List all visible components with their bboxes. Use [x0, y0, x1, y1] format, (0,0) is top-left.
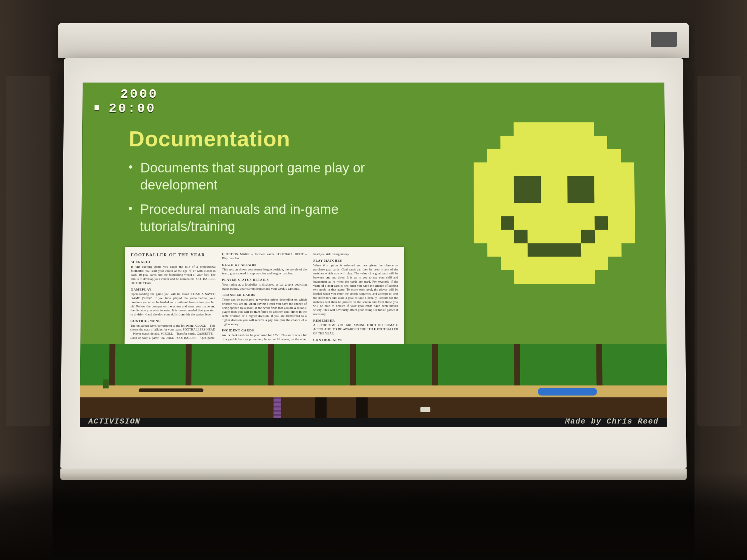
- retro-game-scene: ACTIVISION Made by Chris Reed: [80, 344, 668, 427]
- manual-play: When this option is selected you are giv…: [313, 263, 398, 316]
- tree-trunk: [514, 344, 520, 385]
- projector-screen: 2000 20:00 Documentation Documents that …: [60, 58, 687, 469]
- brand-logo: ACTIVISION: [88, 417, 140, 426]
- game-manual-page: FOOTBALLER OF THE YEAR SCENARIO In this …: [124, 247, 404, 351]
- manual-keys-h: CONTROL KEYS: [313, 338, 398, 342]
- pixel-smiley-icon: [460, 109, 649, 297]
- slide-bullets: Documents that support game play or deve…: [128, 160, 392, 235]
- hud-score: 2000: [94, 87, 158, 101]
- retro-game-hud: 2000 20:00: [94, 87, 158, 115]
- slide-title: Documentation: [129, 127, 392, 151]
- tree-trunk: [186, 344, 192, 385]
- manual-state: This section shows your team's league po…: [222, 267, 307, 276]
- author-credit: Made by Chris Reed: [565, 417, 659, 426]
- manual-play-h: PLAY MATCHES: [313, 259, 398, 263]
- underground: [80, 397, 667, 418]
- manual-transfer-h: TRANSFER CARDS: [222, 293, 307, 297]
- forest-background: [80, 344, 667, 385]
- manual-remember-h: REMEMBER: [313, 319, 398, 323]
- tree-trunk: [432, 344, 438, 385]
- manual-scenario-h: SCENARIO: [131, 260, 216, 264]
- bullet-1: Documents that support game play or deve…: [128, 160, 392, 193]
- manual-state-h: STATE OF AFFAIRS: [222, 263, 307, 267]
- ladder: [274, 397, 281, 418]
- manual-control-h: CONTROL MENU: [130, 319, 215, 323]
- log-obstacle: [138, 389, 203, 392]
- manual-remember: ALL THE TIME YOU ARE AIMING FOR THE ULTI…: [313, 323, 398, 336]
- manual-gameplay: Upon loading the game you will be asked …: [130, 292, 215, 317]
- tree-trunk: [109, 344, 115, 385]
- manual-scenario: In this exciting game you adopt the role…: [131, 265, 216, 285]
- scorpion-sprite: [420, 407, 430, 412]
- lectern-shadow: [0, 473, 747, 560]
- whiteboard-left: [6, 76, 50, 426]
- water-hazard: [538, 388, 597, 396]
- manual-title: FOOTBALLER OF THE YEAR: [131, 252, 216, 258]
- manual-gameplay-h: GAMEPLAY: [131, 288, 216, 292]
- slide-content: Documentation Documents that support gam…: [128, 127, 392, 243]
- pit: [356, 397, 368, 418]
- whiteboard-right: [697, 76, 741, 426]
- manual-status: Your rating as a footballer is displayed…: [222, 283, 307, 291]
- manual-incident-h: INCIDENT CARDS: [222, 329, 307, 333]
- manual-status-h: PLAYER STATUS DETAILS: [222, 278, 307, 282]
- hud-time: 20:00: [94, 102, 158, 116]
- bullet-2: Procedural manuals and in-game tutorials…: [128, 201, 392, 235]
- tree-trunk: [350, 344, 356, 385]
- projector-screen-housing: [58, 23, 689, 58]
- player-sprite: [103, 379, 108, 389]
- presentation-slide: 2000 20:00 Documentation Documents that …: [80, 83, 668, 427]
- room-photo: 2000 20:00 Documentation Documents that …: [0, 0, 747, 560]
- manual-transfer: These can be purchased at varying prices…: [222, 298, 307, 326]
- pit: [315, 397, 327, 418]
- tree-trunk: [596, 344, 602, 385]
- tree-trunk: [268, 344, 274, 385]
